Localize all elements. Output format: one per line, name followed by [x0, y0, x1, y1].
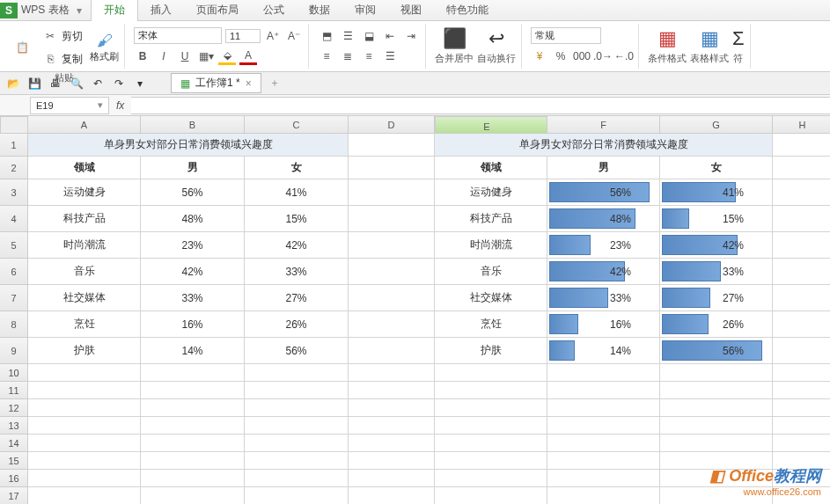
cell[interactable]: [28, 382, 141, 399]
cell[interactable]: 33%: [245, 259, 349, 285]
cell[interactable]: 时尚潮流: [28, 232, 141, 259]
cell[interactable]: [349, 487, 435, 504]
format-painter-icon[interactable]: 🖌: [96, 33, 114, 50]
cell[interactable]: [349, 134, 435, 157]
formula-input[interactable]: [131, 97, 830, 114]
ribbon-tab-1[interactable]: 插入: [138, 0, 184, 21]
cell[interactable]: [245, 364, 349, 382]
cell[interactable]: [773, 285, 830, 311]
cell[interactable]: 社交媒体: [28, 285, 141, 311]
cell[interactable]: [435, 452, 547, 470]
cell[interactable]: 56%: [245, 338, 349, 364]
cell[interactable]: [547, 417, 660, 435]
cell[interactable]: [141, 452, 245, 470]
cell[interactable]: [349, 435, 435, 452]
row-header[interactable]: 14: [0, 435, 28, 452]
cell[interactable]: [435, 487, 547, 504]
cell[interactable]: 33%: [660, 259, 773, 285]
cell[interactable]: 护肤: [28, 338, 141, 364]
cell[interactable]: 41%: [245, 179, 349, 206]
cell[interactable]: [245, 487, 349, 504]
cell[interactable]: [141, 417, 245, 435]
cell[interactable]: [245, 417, 349, 435]
cell[interactable]: [28, 435, 141, 452]
qat-dropdown-icon[interactable]: ▾: [132, 76, 148, 91]
cell[interactable]: 42%: [660, 232, 773, 259]
cell[interactable]: [141, 399, 245, 417]
underline-button[interactable]: U: [176, 47, 194, 65]
indent-decrease-icon[interactable]: ⇤: [381, 27, 399, 45]
cell[interactable]: [547, 470, 660, 487]
percent-icon[interactable]: %: [552, 47, 569, 65]
font-size-select[interactable]: 11: [225, 29, 261, 43]
cell[interactable]: 男: [141, 157, 245, 179]
cell[interactable]: 33%: [547, 285, 660, 311]
cell[interactable]: [773, 259, 830, 285]
row-header[interactable]: 13: [0, 417, 28, 435]
cell[interactable]: 女: [245, 157, 349, 179]
name-box[interactable]: E19 ▾: [30, 97, 109, 114]
cell[interactable]: [141, 382, 245, 399]
row-header[interactable]: 8: [0, 311, 28, 338]
cut-button[interactable]: ✂剪切: [38, 26, 86, 47]
cell[interactable]: 26%: [660, 311, 773, 338]
cell[interactable]: [773, 382, 830, 399]
row-header[interactable]: 5: [0, 232, 28, 259]
cell[interactable]: [547, 487, 660, 504]
cell[interactable]: 运动健身: [435, 179, 547, 206]
cell[interactable]: [141, 487, 245, 504]
select-all-corner[interactable]: [0, 116, 28, 134]
cell[interactable]: [349, 382, 435, 399]
ribbon-tab-4[interactable]: 数据: [297, 0, 342, 21]
distribute-icon[interactable]: ☰: [381, 47, 399, 65]
symbol-icon[interactable]: Σ: [732, 27, 745, 50]
cell[interactable]: 27%: [660, 285, 773, 311]
column-header[interactable]: A: [28, 116, 141, 134]
cell[interactable]: [349, 452, 435, 470]
cell[interactable]: [141, 470, 245, 487]
cell[interactable]: 42%: [245, 232, 349, 259]
cell[interactable]: 48%: [547, 206, 660, 232]
row-header[interactable]: 15: [0, 452, 28, 470]
cell[interactable]: [349, 338, 435, 364]
row-header[interactable]: 17: [0, 487, 28, 504]
cell[interactable]: [547, 399, 660, 417]
align-left-icon[interactable]: ≡: [318, 47, 335, 65]
cell[interactable]: [28, 452, 141, 470]
cell[interactable]: 男: [547, 157, 660, 179]
fill-color-button[interactable]: ⬙: [218, 47, 236, 65]
cell[interactable]: [547, 364, 660, 382]
paste-button[interactable]: 📋: [10, 37, 34, 58]
cell[interactable]: 单身男女对部分日常消费领域兴趣度: [435, 134, 773, 157]
indent-increase-icon[interactable]: ⇥: [402, 27, 420, 45]
row-header[interactable]: 12: [0, 399, 28, 417]
border-button[interactable]: ▦▾: [197, 47, 215, 65]
redo-icon[interactable]: ↷: [111, 76, 127, 91]
cell[interactable]: [141, 435, 245, 452]
italic-button[interactable]: I: [155, 47, 173, 65]
cell[interactable]: 社交媒体: [435, 285, 547, 311]
cell[interactable]: 女: [660, 157, 773, 179]
cell[interactable]: 音乐: [28, 259, 141, 285]
cell[interactable]: [773, 232, 830, 259]
cell[interactable]: 23%: [547, 232, 660, 259]
cell[interactable]: [773, 417, 830, 435]
align-middle-icon[interactable]: ☰: [339, 27, 356, 45]
ribbon-tab-6[interactable]: 视图: [388, 0, 434, 21]
table-style-icon[interactable]: ▦: [690, 27, 729, 50]
conditional-format-icon[interactable]: ▦: [648, 27, 687, 50]
cell[interactable]: [547, 435, 660, 452]
cell[interactable]: [773, 399, 830, 417]
cell[interactable]: [349, 179, 435, 206]
cell[interactable]: [435, 382, 547, 399]
cell[interactable]: [141, 364, 245, 382]
ribbon-tab-2[interactable]: 页面布局: [184, 0, 251, 21]
cell[interactable]: 烹饪: [28, 311, 141, 338]
cell[interactable]: [349, 470, 435, 487]
cell[interactable]: [773, 179, 830, 206]
undo-icon[interactable]: ↶: [90, 76, 106, 91]
number-format-select[interactable]: 常规: [531, 27, 601, 44]
app-menu-dropdown[interactable]: ▾: [77, 4, 82, 17]
cell[interactable]: [435, 399, 547, 417]
cell[interactable]: [660, 399, 773, 417]
